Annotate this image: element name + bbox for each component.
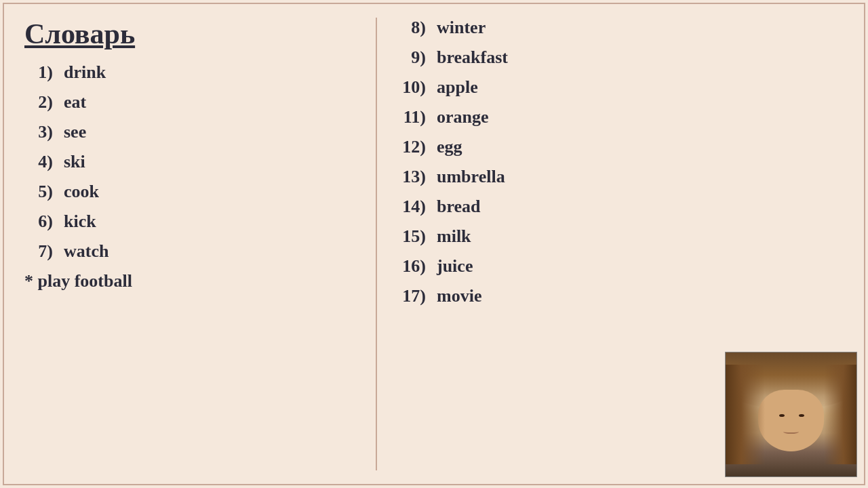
item-number: 10) [397,77,426,98]
item-word: winter [437,18,486,38]
item-word: see [64,122,86,142]
item-word: kick [64,211,96,232]
item-word: drink [64,62,106,83]
item-word: movie [437,286,481,306]
list-item: 3)see [24,122,362,142]
page-title: Словарь [24,18,362,50]
mouth [783,430,799,434]
list-item: 14)bread [397,197,844,217]
special-vocab-item: * play football [24,271,362,291]
item-word: juice [437,256,473,277]
item-word: cook [64,182,99,202]
item-number: 14) [397,197,426,217]
item-number: 8) [397,18,426,38]
item-word: watch [64,241,108,262]
list-item: 12)egg [397,137,844,157]
item-number: 7) [24,241,53,262]
item-word: breakfast [437,47,508,68]
outer-border: Словарь 1)drink2)eat3)see4)ski5)cook6)ki… [3,3,865,485]
item-number: 5) [24,182,53,202]
webcam-face [726,352,856,476]
item-number: 6) [24,211,53,232]
item-number: 11) [397,107,426,127]
list-item: 1)drink [24,62,362,83]
item-number: 13) [397,167,426,187]
webcam-feed [725,352,857,477]
list-item: 9)breakfast [397,47,844,68]
list-item: 15)milk [397,226,844,247]
item-word: umbrella [437,167,505,187]
item-number: 12) [397,137,426,157]
list-item: 8)winter [397,18,844,38]
list-item: 13)umbrella [397,167,844,187]
left-column: Словарь 1)drink2)eat3)see4)ski5)cook6)ki… [24,18,377,470]
list-item: 4)ski [24,152,362,172]
item-word: egg [437,137,462,157]
list-item: 6)kick [24,211,362,232]
item-number: 16) [397,256,426,277]
list-item: 17)movie [397,286,844,306]
item-word: orange [437,107,489,127]
list-item: 11)orange [397,107,844,127]
list-item: 16)juice [397,256,844,277]
item-word: apple [437,77,478,98]
right-vocab-list: 8)winter9)breakfast10)apple11)orange12)e… [397,18,844,306]
item-word: ski [64,152,85,172]
face-area [758,390,824,452]
item-number: 15) [397,226,426,247]
eye-left [779,414,785,417]
hair-right [824,365,856,464]
item-word: eat [64,92,86,113]
left-vocab-list: 1)drink2)eat3)see4)ski5)cook6)kick7)watc… [24,62,362,262]
list-item: 2)eat [24,92,362,113]
eye-right [799,414,804,417]
item-number: 9) [397,47,426,68]
list-item: 10)apple [397,77,844,98]
item-number: 17) [397,286,426,306]
list-item: 7)watch [24,241,362,262]
item-word: bread [437,197,481,217]
list-item: 5)cook [24,182,362,202]
item-number: 2) [24,92,53,113]
item-number: 1) [24,62,53,83]
item-number: 4) [24,152,53,172]
item-number: 3) [24,122,53,142]
item-word: milk [437,226,471,247]
